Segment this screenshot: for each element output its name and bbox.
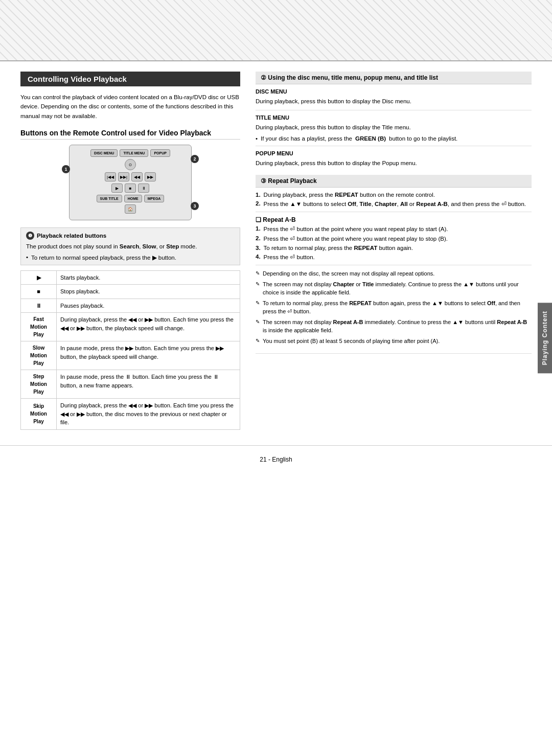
table-cell-desc: During playback, press the ◀◀ or ▶▶ butt… <box>57 313 240 341</box>
playback-related-title: ❶ Playback related buttons <box>26 232 235 240</box>
mpega-btn[interactable]: MPEGA <box>144 195 165 202</box>
table-cell-desc: During playback, press the ◀◀ or ▶▶ butt… <box>57 399 240 430</box>
disc-menu-btn[interactable]: DISC MENU <box>90 149 118 157</box>
page-footer: 21 - English <box>0 445 552 473</box>
table-cell-label: StepMotionPlay <box>21 370 57 399</box>
table-row: ▶ Starts playback. <box>21 270 240 285</box>
section-3-header: ③ Repeat Playback <box>256 175 532 188</box>
note-5: ✎ You must set point (B) at least 5 seco… <box>256 337 532 346</box>
note-3: ✎ To return to normal play, press the RE… <box>256 299 532 316</box>
stop-btn[interactable]: ■ <box>125 184 136 193</box>
title-menu-bullet: If your disc has a playlist, press the G… <box>256 135 532 142</box>
table-row: ■ Stops playback. <box>21 285 240 299</box>
subsection-title: Buttons on the Remote Control used for V… <box>20 129 240 140</box>
table-cell-desc: Pauses playback. <box>57 299 240 313</box>
repeat-ab-step-4: 4. Press the ⏎ button. <box>256 254 532 261</box>
remote-wrapper: DISC MENU TITLE MENU POPUP O |◀◀ ▶▶| ◀◀ … <box>69 145 192 220</box>
table-cell-icon: ▶ <box>21 270 57 285</box>
remote-row-3: |◀◀ ▶▶| ◀◀ ▶▶ <box>74 172 187 181</box>
table-cell-desc: Starts playback. <box>57 270 240 285</box>
repeat-step-1: 1. During playback, press the REPEAT but… <box>256 192 532 198</box>
table-cell-label: SlowMotionPlay <box>21 341 57 370</box>
annotation-2: 2 <box>191 155 199 163</box>
footer-text: 21 - English <box>260 456 292 463</box>
table-row: FastMotionPlay During playback, press th… <box>21 313 240 341</box>
rwd-btn[interactable]: ◀◀ <box>131 172 143 181</box>
table-row: StepMotionPlay In pause mode, press the … <box>21 370 240 399</box>
table-cell-label: FastMotionPlay <box>21 313 57 341</box>
home-btn[interactable]: HOME <box>124 195 142 202</box>
left-column: Controlling Video Playback You can contr… <box>20 72 240 430</box>
right-column: ② Using the disc menu, title menu, popup… <box>256 72 532 430</box>
annotation-3: 3 <box>191 202 199 210</box>
title-menu-text: During playback, press this button to di… <box>256 123 532 132</box>
playback-related-box: ❶ Playback related buttons The product d… <box>20 227 240 265</box>
next-btn[interactable]: ▶▶| <box>118 172 129 181</box>
remote-row-5: SUB TITLE HOME MPEGA <box>74 195 187 202</box>
section-2: ② Using the disc menu, title menu, popup… <box>256 72 532 168</box>
remote-row-6: 🏠 <box>74 204 187 214</box>
header-pattern <box>0 0 552 61</box>
o-btn[interactable]: O <box>125 159 136 170</box>
play-btn[interactable]: ▶ <box>111 184 123 193</box>
popup-menu-text: During playback, press this button to di… <box>256 158 532 168</box>
section-3: ③ Repeat Playback 1. During playback, pr… <box>256 175 532 354</box>
intro-text: You can control the playback of video co… <box>20 93 240 121</box>
repeat-ab-step-3: 3. To return to normal play, press the R… <box>256 245 532 251</box>
table-cell-label: SkipMotionPlay <box>21 399 57 430</box>
section-2-header: ② Using the disc menu, title menu, popup… <box>256 72 532 84</box>
note-4: ✎ The screen may not display Repeat A-B … <box>256 318 532 335</box>
disc-menu-text: During playback, press this button to di… <box>256 97 532 106</box>
remote-diagram-area: DISC MENU TITLE MENU POPUP O |◀◀ ▶▶| ◀◀ … <box>20 145 240 220</box>
table-cell-icon: ■ <box>21 285 57 299</box>
fwd-btn[interactable]: ▶▶ <box>145 172 156 181</box>
repeat-step-2: 2. Press the ▲▼ buttons to select Off, T… <box>256 200 532 208</box>
subtitle-btn[interactable]: SUB TITLE <box>97 195 122 202</box>
section-title: Controlling Video Playback <box>20 72 240 86</box>
pause-btn[interactable]: ⏸ <box>138 184 149 193</box>
repeat-ab-step-2: 2. Press the ⏎ button at the point where… <box>256 235 532 242</box>
disc-menu-title: DISC MENU <box>256 88 532 95</box>
title-menu-title: TITLE MENU <box>256 114 532 121</box>
table-cell-desc: Stops playback. <box>57 285 240 299</box>
playback-bullet: To return to normal speed playback, pres… <box>26 254 235 261</box>
table-cell-desc: In pause mode, press the ▶▶ button. Each… <box>57 341 240 370</box>
sidebar-tab: Playing Content <box>538 303 552 373</box>
note-1: ✎ Depending on the disc, the screen may … <box>256 269 532 278</box>
table-row: ⏸ Pauses playback. <box>21 299 240 313</box>
repeat-ab-title: ❑ Repeat A-B <box>256 216 532 223</box>
repeat-ab-step-1: 1. Press the ⏎ button at the point where… <box>256 225 532 233</box>
table-row: SlowMotionPlay In pause mode, press the … <box>21 341 240 370</box>
home-icon-btn[interactable]: 🏠 <box>125 204 136 214</box>
table-row: SkipMotionPlay During playback, press th… <box>21 399 240 430</box>
prev-btn[interactable]: |◀◀ <box>105 172 116 181</box>
popup-menu-title: POPUP MENU <box>256 150 532 156</box>
section-title-text: Controlling Video Playback <box>28 75 127 83</box>
table-cell-icon: ⏸ <box>21 299 57 313</box>
playback-table: ▶ Starts playback. ■ Stops playback. ⏸ P… <box>20 270 240 430</box>
remote-row-4: ▶ ■ ⏸ <box>74 184 187 193</box>
title-menu-btn[interactable]: TITLE MENU <box>120 149 148 157</box>
note-2: ✎ The screen may not display Chapter or … <box>256 280 532 297</box>
remote-drawing: DISC MENU TITLE MENU POPUP O |◀◀ ▶▶| ◀◀ … <box>69 145 192 220</box>
table-cell-desc: In pause mode, press the ⏸ button. Each … <box>57 370 240 399</box>
remote-row-1: DISC MENU TITLE MENU POPUP <box>74 149 187 157</box>
playback-intro: The product does not play sound in Searc… <box>26 242 235 251</box>
remote-row-2: O <box>74 159 187 170</box>
popup-btn[interactable]: POPUP <box>150 149 170 157</box>
